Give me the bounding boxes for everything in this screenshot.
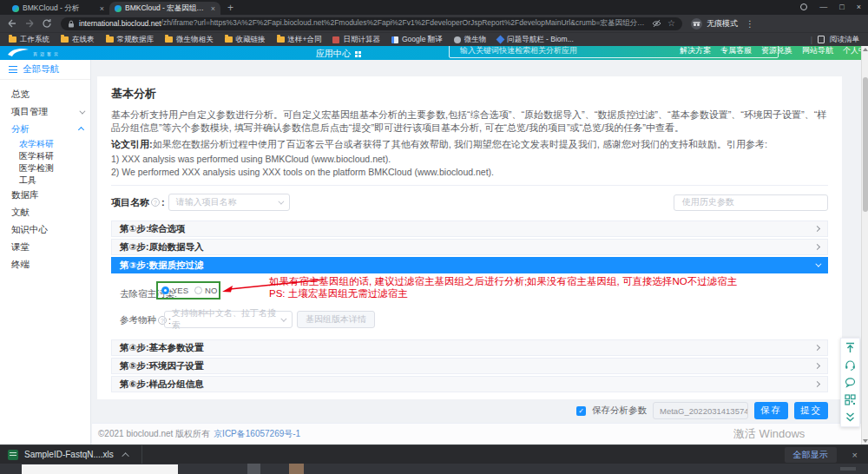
floating-toolbar bbox=[840, 338, 860, 427]
step-6-header[interactable]: 第⑥步:样品分组信息 bbox=[111, 376, 828, 392]
sidebar-item-overview[interactable]: 总览 bbox=[0, 86, 90, 103]
divider bbox=[111, 185, 828, 186]
nav-item[interactable]: 个人中心 bbox=[843, 46, 861, 56]
sidebar-item-project-mgmt[interactable]: 项目管理 bbox=[0, 103, 90, 121]
sidebar-item-med-research[interactable]: 医学科研 bbox=[0, 150, 90, 162]
sidebar-item-med-test[interactable]: 医学检测 bbox=[0, 162, 90, 174]
bookmark-item[interactable]: 问题导航栏 - Biom... bbox=[497, 35, 574, 45]
radio-yes-label[interactable]: YES bbox=[172, 286, 188, 295]
bookmark-item[interactable]: 送样+合同 bbox=[277, 35, 322, 45]
download-chevron-icon[interactable] bbox=[122, 452, 128, 459]
folder-icon bbox=[9, 36, 16, 43]
eye-off-icon[interactable] bbox=[652, 19, 661, 28]
step-1-header[interactable]: 第①步:综合选项 bbox=[111, 221, 828, 237]
step-2-header[interactable]: 第②步:原始数据导入 bbox=[111, 239, 828, 255]
window-close-button[interactable]: × bbox=[857, 3, 861, 11]
step-5-header[interactable]: 第⑤步:环境因子设置 bbox=[111, 358, 828, 374]
window-controls: — □ × bbox=[800, 0, 861, 14]
nav-item[interactable]: 解决方案 bbox=[680, 46, 711, 56]
back-icon[interactable] bbox=[7, 18, 17, 29]
project-name-select[interactable]: 请输入项目名称 bbox=[168, 194, 290, 211]
bookmark-label: 微生物 bbox=[464, 35, 487, 45]
taskbar-tray[interactable] bbox=[840, 467, 856, 471]
folder-icon bbox=[106, 36, 114, 43]
bookmark-item[interactable]: 日期计算器 bbox=[332, 35, 380, 45]
sidebar-item-agri-research[interactable]: 农学科研 bbox=[0, 138, 90, 150]
radio-no-label[interactable]: NO bbox=[205, 286, 217, 295]
bookmark-item[interactable]: 微生物相关 bbox=[165, 35, 214, 45]
folder-icon bbox=[61, 36, 69, 43]
history-params-input[interactable]: 使用历史参数 bbox=[674, 194, 828, 211]
radio-no[interactable] bbox=[194, 286, 202, 294]
scroll-down-arrow[interactable] bbox=[863, 439, 868, 443]
close-shelf-icon[interactable]: × bbox=[852, 450, 858, 460]
sidebar-item-knowledge[interactable]: 知识中心 bbox=[0, 221, 90, 239]
colon: : bbox=[161, 197, 165, 207]
bookmark-star-icon[interactable]: ☆ bbox=[667, 19, 675, 28]
refresh-icon[interactable] bbox=[42, 18, 52, 29]
species-label: 参考物种 bbox=[120, 314, 156, 326]
tab-metagenome-platform[interactable]: BMKCloud - 宏基因组分析平台 × bbox=[109, 2, 220, 15]
collapse-double-down-icon[interactable] bbox=[845, 411, 856, 423]
reading-list[interactable]: | 阅读清单 bbox=[811, 35, 859, 45]
scrollbar-thumb[interactable] bbox=[863, 77, 868, 212]
download-file-name[interactable]: SampleID-FastqN....xls bbox=[24, 450, 114, 459]
new-tab-button[interactable]: + bbox=[227, 2, 233, 15]
nav-item[interactable]: 网站导航 bbox=[802, 46, 833, 56]
qr-code-icon[interactable] bbox=[845, 394, 856, 405]
customer-service-icon[interactable] bbox=[845, 359, 856, 371]
bookmark-item[interactable]: 在线表 bbox=[61, 35, 95, 45]
copyright-text: ©2021 biocloud.net 版权所有 bbox=[98, 428, 210, 440]
forward-icon[interactable] bbox=[24, 18, 35, 29]
tab-close-icon[interactable]: × bbox=[211, 4, 215, 13]
nav-item[interactable]: 专属客服 bbox=[720, 46, 752, 56]
tab-bmkcloud-analysis[interactable]: BMKCloud - 分析 × bbox=[7, 2, 109, 15]
tab-close-icon[interactable]: × bbox=[100, 4, 104, 13]
sidebar-item-analysis[interactable]: 分析 bbox=[0, 121, 90, 138]
sidebar-item-classroom[interactable]: 课堂 bbox=[0, 239, 90, 256]
reading-list-icon bbox=[818, 36, 825, 43]
taskbar-app-icon[interactable] bbox=[289, 464, 304, 474]
browser-menu-icon[interactable]: ⋮ bbox=[746, 19, 754, 29]
separator: | bbox=[811, 36, 812, 44]
show-all-downloads-button[interactable]: 全部显示 bbox=[785, 447, 837, 463]
address-bar[interactable]: international.biocloud.net /zh/iframe?ur… bbox=[61, 17, 682, 30]
chat-icon[interactable] bbox=[845, 377, 856, 388]
watermark-line-1: 激活 Windows bbox=[733, 426, 841, 442]
taskbar-window-thumb[interactable] bbox=[22, 464, 178, 474]
window-maximize-button[interactable]: □ bbox=[839, 3, 844, 11]
bookmark-item[interactable]: 常规数据库 bbox=[106, 35, 155, 45]
species-select[interactable]: 支持物种中文名、拉丁名搜索 bbox=[164, 311, 293, 328]
profile-icon[interactable] bbox=[800, 3, 807, 10]
help-icon[interactable]: ? bbox=[151, 198, 160, 207]
save-button[interactable]: 保存 bbox=[754, 402, 788, 419]
appcenter-nav[interactable]: 应用中心 bbox=[316, 48, 361, 60]
windows-activation-watermark: 激活 Windows 转到“设置”以激活 Windows。 bbox=[733, 426, 841, 444]
bookmark-item[interactable]: Google 翻译 bbox=[391, 35, 443, 45]
taskbar-app-icon[interactable] bbox=[247, 464, 260, 474]
radio-yes[interactable] bbox=[161, 286, 169, 294]
submit-button[interactable]: 提交 bbox=[794, 402, 828, 419]
bookmark-item[interactable]: 工作系统 bbox=[9, 35, 49, 45]
sidebar-nav-all[interactable]: 全部导航 bbox=[0, 60, 90, 80]
bookmark-item[interactable]: 收藏链接 bbox=[225, 35, 266, 45]
sidebar-item-database[interactable]: 数据库 bbox=[0, 187, 90, 204]
param-name-input[interactable]: MetaG_20220314135740791 bbox=[653, 402, 748, 419]
step-3-body: 去除宿主污染: YES NO 如果有宿主基因组的话, 建议过滤宿主基因组之后进行… bbox=[111, 275, 828, 338]
page-scrollbar[interactable] bbox=[861, 46, 868, 444]
sidebar-item-literature[interactable]: 文献 bbox=[0, 204, 90, 221]
step-3-header[interactable]: 第③步:数据质控过滤 bbox=[111, 257, 828, 273]
nav-item[interactable]: 资源兑换 bbox=[761, 46, 792, 56]
bookmark-item[interactable]: 微生物 bbox=[454, 35, 487, 45]
step-4-header[interactable]: 第④步:基本参数设置 bbox=[111, 339, 828, 356]
bookmark-label: 工作系统 bbox=[20, 35, 49, 45]
back-to-top-icon[interactable] bbox=[845, 342, 856, 353]
bmkcloud-favicon bbox=[115, 5, 122, 12]
genome-version-button[interactable]: 基因组版本详情 bbox=[297, 311, 375, 328]
sidebar-item-tools[interactable]: 工具 bbox=[0, 174, 90, 187]
icp-link[interactable]: 京ICP备16057269号-1 bbox=[214, 428, 300, 440]
sidebar-item-terminal[interactable]: 终端 bbox=[0, 256, 90, 273]
scroll-up-arrow[interactable] bbox=[863, 48, 868, 51]
window-minimize-button[interactable]: — bbox=[819, 3, 827, 11]
save-params-checkbox[interactable]: ✓ bbox=[576, 406, 586, 416]
